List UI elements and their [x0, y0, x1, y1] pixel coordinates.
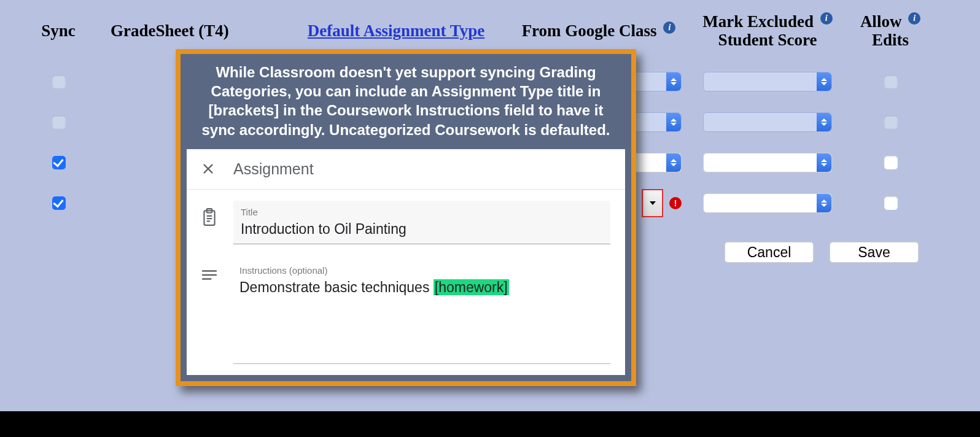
- instr-prefix: Demonstrate basic techniques: [239, 279, 434, 295]
- title-field-row: Title Introduction to Oil Painting: [187, 190, 625, 250]
- instr-highlight: [homework]: [434, 279, 509, 295]
- sync-checkbox[interactable]: [52, 196, 66, 210]
- mark-excluded-select[interactable]: [703, 112, 832, 132]
- instructions-field[interactable]: Instructions (optional) Demonstrate basi…: [233, 261, 610, 364]
- col-header-sync: Sync: [18, 21, 98, 41]
- col-header-allow: Allow i Edits: [847, 12, 933, 49]
- text-icon: [201, 261, 217, 281]
- header-row: Sync GradeSheet (T4) Default Assignment …: [0, 12, 980, 49]
- title-label: Title: [241, 207, 603, 217]
- card-header: Assignment: [187, 149, 625, 190]
- save-button[interactable]: Save: [830, 242, 919, 263]
- alert-icon: !: [669, 197, 682, 209]
- mark-l2: Student Score: [718, 31, 817, 49]
- allow-edits-checkbox[interactable]: [884, 156, 898, 169]
- sync-checkbox[interactable]: [52, 156, 66, 169]
- allow-edits-checkbox[interactable]: [884, 196, 898, 210]
- allow-edits-checkbox[interactable]: [884, 115, 898, 129]
- instructions-value: Demonstrate basic techniques [homework]: [233, 279, 610, 296]
- assignment-type-popover: While Classroom doesn't yet support sync…: [176, 49, 636, 386]
- info-icon[interactable]: i: [820, 12, 833, 25]
- info-icon[interactable]: i: [908, 12, 920, 25]
- col-header-assign-type: Default Assignment Type: [282, 21, 510, 41]
- mark-excluded-select[interactable]: [703, 193, 832, 213]
- col-header-mark: Mark Excluded i Student Score: [688, 12, 847, 49]
- app-root: Sync GradeSheet (T4) Default Assignment …: [0, 0, 980, 411]
- card-title: Assignment: [233, 160, 314, 178]
- info-icon[interactable]: i: [663, 21, 675, 34]
- default-assignment-type-link[interactable]: Default Assignment Type: [308, 21, 485, 40]
- allow-l2: Edits: [872, 31, 909, 49]
- close-icon[interactable]: [201, 162, 215, 176]
- sync-checkbox[interactable]: [52, 75, 66, 88]
- instructions-label: Instructions (optional): [233, 265, 610, 276]
- header-google-label: From Google Class: [522, 21, 657, 40]
- title-field[interactable]: Title Introduction to Oil Painting: [233, 201, 610, 244]
- allow-edits-checkbox[interactable]: [884, 75, 898, 88]
- google-class-select-error[interactable]: [642, 189, 663, 217]
- instructions-field-row: Instructions (optional) Demonstrate basi…: [187, 250, 625, 375]
- mark-excluded-select[interactable]: [703, 153, 832, 172]
- title-value: Introduction to Oil Painting: [241, 221, 603, 238]
- cancel-button[interactable]: Cancel: [725, 242, 814, 263]
- allow-l1: Allow: [860, 12, 902, 31]
- col-header-google: From Google Class i: [510, 21, 688, 41]
- popover-text: While Classroom doesn't yet support sync…: [181, 54, 631, 149]
- assignment-card: Assignment Title Introduction to Oil Pai…: [187, 149, 625, 375]
- col-header-gradesheet: GradeSheet (T4): [98, 21, 282, 41]
- mark-excluded-select[interactable]: [703, 72, 832, 91]
- clipboard-icon: [201, 201, 217, 226]
- sync-checkbox[interactable]: [52, 115, 66, 129]
- mark-l1: Mark Excluded: [702, 12, 814, 31]
